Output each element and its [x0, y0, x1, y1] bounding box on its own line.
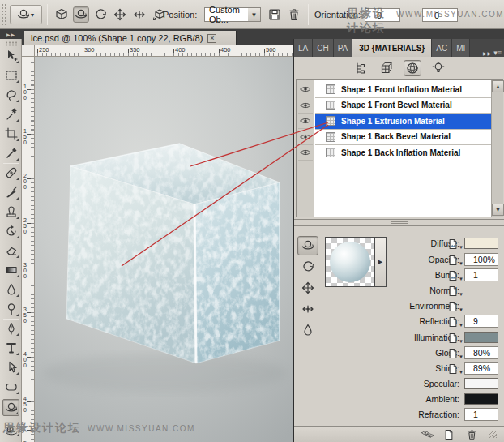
orientation-y-field[interactable] — [422, 8, 458, 22]
document-tab-ice[interactable]: ice.psd @ 100% (Shape 1 copy 22, RGB/8) … — [24, 31, 237, 45]
tool-3d-object-rotate[interactable] — [2, 399, 19, 416]
tab-actions[interactable]: AC — [432, 39, 452, 57]
tool-rectangular-marquee[interactable] — [2, 67, 19, 84]
canvas[interactable] — [35, 57, 293, 442]
texture-assigned-icon[interactable]: ▼ — [448, 269, 464, 281]
property-label: Environment: — [341, 301, 459, 311]
visibility-eye-icon[interactable] — [298, 98, 313, 114]
new-texture-icon[interactable]: ▼ — [448, 254, 464, 266]
panel-splitter[interactable] — [294, 219, 504, 226]
expand-panels-icon[interactable]: ▶▶ — [483, 50, 492, 56]
property-row: Reflection:▼ — [294, 315, 504, 328]
orientation-label: Orientation: — [314, 10, 361, 19]
tool-move[interactable] — [2, 47, 19, 64]
trash-icon[interactable] — [467, 429, 480, 440]
tool-rounded-rectangle[interactable] — [2, 378, 19, 395]
texture-assigned-icon[interactable]: ▼ — [448, 238, 464, 250]
property-value-field[interactable] — [464, 268, 498, 281]
visibility-eye-icon[interactable] — [298, 114, 313, 129]
new-item-icon[interactable] — [444, 429, 457, 440]
property-color-swatch[interactable] — [464, 378, 498, 389]
new-texture-icon[interactable]: ▼ — [448, 315, 464, 328]
options-bar-grip[interactable] — [1, 3, 6, 26]
material-label: Shape 1 Front Inflation Material — [341, 85, 462, 94]
collapse-toolbar-icon[interactable]: ▶▶ — [0, 29, 22, 39]
panel-menu-icon[interactable]: ▾≡ — [493, 49, 502, 57]
options-tool-3d-roll[interactable] — [92, 6, 109, 23]
close-icon[interactable]: × — [207, 34, 216, 43]
tool-brush[interactable] — [2, 183, 19, 200]
tool-history-brush[interactable] — [2, 222, 19, 239]
materials-scrollbar[interactable]: ▲ ▼ — [491, 80, 503, 217]
tab-mini-bridge[interactable]: MI — [452, 39, 470, 57]
property-value-field[interactable] — [464, 253, 498, 266]
visibility-eye-icon[interactable] — [298, 82, 313, 97]
tool-magic-wand[interactable] — [2, 105, 19, 122]
tool-clone-stamp[interactable] — [2, 203, 19, 220]
property-color-swatch[interactable] — [464, 238, 498, 249]
tool-dodge[interactable] — [2, 300, 19, 317]
new-texture-icon[interactable]: ▼ — [448, 363, 464, 375]
tool-blur[interactable] — [2, 281, 19, 298]
orientation-x-field[interactable] — [365, 8, 400, 22]
material-row[interactable]: Shape 1 Back Inflation Material — [315, 145, 491, 161]
tool-preset-picker[interactable]: ▼ — [10, 5, 42, 24]
tool-eraser[interactable] — [2, 242, 19, 259]
property-color-swatch[interactable] — [464, 393, 498, 405]
scroll-down-icon[interactable]: ▼ — [492, 204, 504, 216]
tool-healing-brush[interactable] — [2, 164, 19, 181]
vertical-ruler[interactable]: 1 0 01 5 02 0 02 5 03 0 03 5 04 0 04 5 0… — [22, 57, 35, 442]
property-value-field[interactable] — [464, 408, 498, 421]
tool-path-selection[interactable] — [2, 358, 19, 375]
material-row[interactable]: Shape 1 Back Bevel Material — [315, 130, 491, 146]
tool-crop[interactable] — [2, 125, 19, 142]
panel-bottom-bar — [294, 426, 504, 442]
delete-position-button[interactable] — [287, 7, 301, 22]
tab-3d-materials[interactable]: 3D {MATERIALS} — [352, 39, 432, 57]
visibility-eye-icon[interactable] — [298, 130, 313, 145]
options-tool-3d-rotate[interactable] — [73, 6, 89, 23]
options-tool-3d-pan[interactable] — [112, 6, 128, 23]
property-color-swatch[interactable] — [464, 332, 498, 343]
filter-materials-icon[interactable] — [404, 60, 421, 76]
material-row[interactable]: Shape 1 Front Bevel Material — [315, 98, 491, 114]
property-label: Refraction: — [341, 410, 459, 419]
tab-paths[interactable]: PA — [334, 39, 353, 57]
visibility-eye-icon[interactable] — [298, 145, 313, 161]
options-tool-return-home[interactable] — [53, 6, 70, 23]
toolbar-grip[interactable] — [5, 41, 17, 46]
resize-grip[interactable] — [489, 431, 497, 438]
position-select-arrow[interactable]: ▼ — [248, 7, 261, 22]
new-texture-icon[interactable]: ▼ — [448, 332, 464, 344]
options-tool-3d-slide[interactable] — [131, 6, 147, 23]
ruler-number: 2 0 0 — [23, 173, 27, 190]
tool-pen[interactable] — [2, 320, 19, 337]
property-value-field[interactable] — [464, 315, 498, 328]
tab-channels[interactable]: CH — [313, 39, 333, 57]
new-texture-icon[interactable]: ▼ — [448, 300, 464, 312]
material-row[interactable]: Shape 1 Extrusion Material — [315, 114, 491, 130]
property-value-field[interactable] — [464, 346, 498, 359]
tool-gradient[interactable] — [2, 261, 19, 278]
tab-layers[interactable]: LA — [294, 39, 313, 57]
horizontal-ruler[interactable]: 250300350400450500 — [35, 45, 293, 57]
property-value-field[interactable] — [464, 362, 498, 375]
3d-rotate-tool-icon — [17, 8, 30, 21]
tool-lasso[interactable] — [2, 86, 19, 103]
toggle-texture-visibility-icon[interactable] — [421, 429, 434, 440]
chevron-down-icon: ▼ — [459, 339, 463, 344]
scroll-up-icon[interactable]: ▲ — [492, 80, 504, 92]
filter-meshes-icon[interactable] — [378, 60, 395, 76]
tool-3d-camera-rotate[interactable] — [2, 420, 19, 437]
property-row: Gloss:▼ — [294, 346, 504, 360]
save-position-button[interactable] — [267, 7, 282, 22]
filter-lights-icon[interactable] — [429, 60, 447, 76]
texture-thumbnail — [326, 132, 335, 142]
tool-eyedropper[interactable] — [2, 144, 19, 161]
new-texture-icon[interactable]: ▼ — [448, 285, 464, 297]
ruler-number: 500 — [266, 46, 276, 54]
tool-type[interactable] — [2, 339, 19, 356]
new-texture-icon[interactable]: ▼ — [448, 347, 464, 359]
material-row[interactable]: Shape 1 Front Inflation Material — [315, 82, 491, 98]
filter-whole-scene-icon[interactable] — [352, 60, 369, 76]
